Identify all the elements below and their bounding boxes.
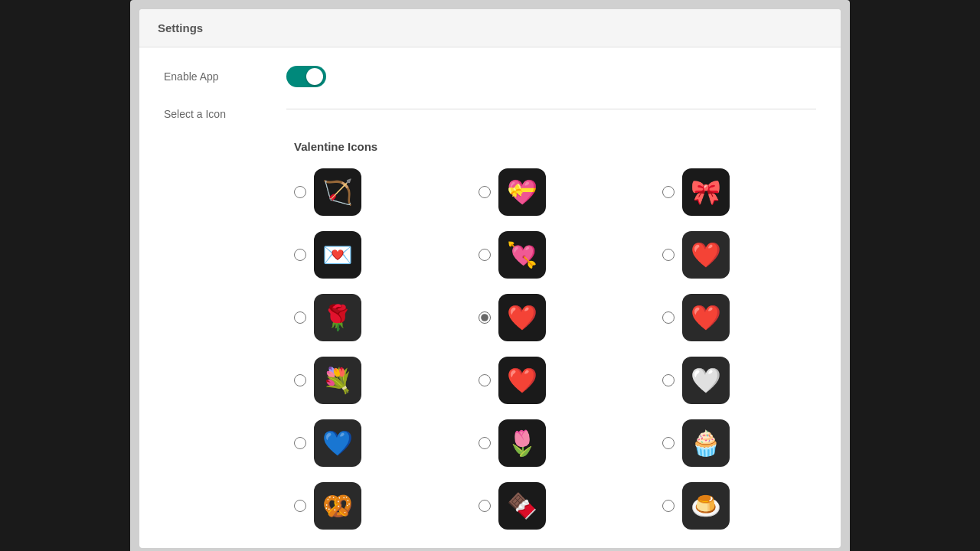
icon-radio-choc-heart[interactable] xyxy=(479,500,491,512)
icon-option-flowers: 💐 xyxy=(294,357,448,404)
icon-thumb-choc-rose: 🌷 xyxy=(498,419,546,467)
icon-thumb-choc-heart: 🍫 xyxy=(498,482,546,530)
icon-option-pretzel: 🥨 xyxy=(294,482,448,530)
icon-thumb-dessert: 🍮 xyxy=(682,482,730,530)
icon-thumb-blue-heart: 💙 xyxy=(314,419,361,467)
icon-radio-cupid[interactable] xyxy=(294,186,306,198)
icon-radio-choc-rose[interactable] xyxy=(479,437,491,449)
icon-radio-red-heart-flat[interactable] xyxy=(662,311,675,324)
icon-option-heart-outline: 🤍 xyxy=(662,357,816,404)
icon-option-card: 💌 xyxy=(294,231,448,279)
icon-option-red-heart-3d: ❤️ xyxy=(662,231,816,279)
icon-option-choc-rose: 🌷 xyxy=(479,419,632,467)
icon-radio-banner[interactable] xyxy=(662,186,675,198)
icon-radio-rose[interactable] xyxy=(294,311,306,324)
settings-header: Settings xyxy=(139,9,841,47)
icon-thumb-red-heart-flat: ❤️ xyxy=(682,294,730,341)
icon-thumb-flowers: 💐 xyxy=(314,357,361,404)
icon-option-dessert: 🍮 xyxy=(662,482,816,530)
icon-option-cupid: 🏹 xyxy=(294,168,448,216)
select-icon-row: Select a Icon xyxy=(164,103,816,125)
icon-radio-red-heart-2[interactable] xyxy=(479,374,491,386)
icon-option-red-heart-flat: ❤️ xyxy=(662,294,816,341)
enable-app-toggle[interactable] xyxy=(286,66,326,87)
toggle-thumb xyxy=(306,68,323,85)
icon-option-arrow-heart: 💘 xyxy=(479,231,632,279)
icon-thumb-rose: 🌹 xyxy=(314,294,361,341)
icon-thumb-happyday: 💝 xyxy=(498,168,546,216)
icon-option-red-heart-2: ❤️ xyxy=(479,357,632,404)
icon-grid: 🏹💝🎀💌💘❤️🌹❤️❤️💐❤️🤍💙🌷🧁🥨🍫🍮 xyxy=(294,168,816,530)
icon-option-rose: 🌹 xyxy=(294,294,448,341)
icon-option-heart-dark: ❤️ xyxy=(479,294,632,341)
icon-radio-red-heart-3d[interactable] xyxy=(662,249,675,261)
enable-app-row: Enable App xyxy=(164,66,816,87)
icon-radio-heart-outline[interactable] xyxy=(662,374,675,386)
enable-app-label: Enable App xyxy=(164,70,286,83)
icon-section-title: Valentine Icons xyxy=(294,140,816,153)
icon-option-cupcake: 🧁 xyxy=(662,419,816,467)
icon-radio-dessert[interactable] xyxy=(662,500,675,512)
icon-option-blue-heart: 💙 xyxy=(294,419,448,467)
outer-container: Settings Enable App Select a Icon xyxy=(130,0,850,551)
settings-body: Enable App Select a Icon Valentine Icons xyxy=(139,47,841,548)
select-icon-label: Select a Icon xyxy=(164,108,286,120)
icon-radio-pretzel[interactable] xyxy=(294,500,306,512)
icon-option-happyday: 💝 xyxy=(479,168,632,216)
icon-thumb-heart-outline: 🤍 xyxy=(682,357,730,404)
icon-radio-arrow-heart[interactable] xyxy=(479,249,491,261)
icon-thumb-arrow-heart: 💘 xyxy=(498,231,546,279)
icon-radio-cupcake[interactable] xyxy=(662,437,675,449)
icon-section: Valentine Icons 🏹💝🎀💌💘❤️🌹❤️❤️💐❤️🤍💙🌷🧁🥨🍫🍮 xyxy=(164,140,816,530)
icon-thumb-card: 💌 xyxy=(314,231,361,279)
icon-thumb-cupid: 🏹 xyxy=(314,168,361,216)
icon-radio-flowers[interactable] xyxy=(294,374,306,386)
settings-panel: Settings Enable App Select a Icon xyxy=(139,9,841,548)
icon-thumb-red-heart-2: ❤️ xyxy=(498,357,546,404)
toggle-track xyxy=(286,66,326,87)
icon-option-choc-heart: 🍫 xyxy=(479,482,632,530)
icon-thumb-cupcake: 🧁 xyxy=(682,419,730,467)
icon-radio-happyday[interactable] xyxy=(479,186,491,198)
icon-radio-card[interactable] xyxy=(294,249,306,261)
icon-option-banner: 🎀 xyxy=(662,168,816,216)
page-title: Settings xyxy=(158,21,822,34)
icon-radio-heart-dark[interactable] xyxy=(479,311,491,324)
icon-thumb-pretzel: 🥨 xyxy=(314,482,361,530)
icon-thumb-banner: 🎀 xyxy=(682,168,730,216)
icon-thumb-red-heart-3d: ❤️ xyxy=(682,231,730,279)
icon-thumb-heart-dark: ❤️ xyxy=(498,294,546,341)
icon-radio-blue-heart[interactable] xyxy=(294,437,306,449)
